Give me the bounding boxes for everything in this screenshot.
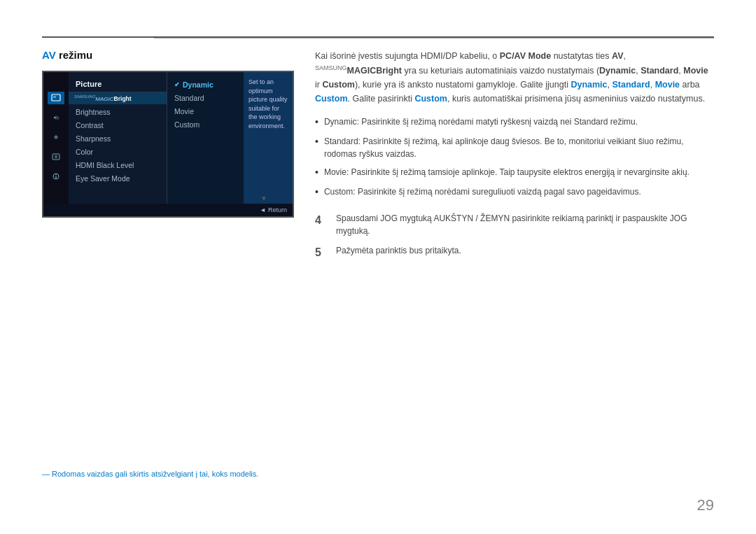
- step-4-text: Spausdami JOG mygtuką AUKŠTYN / ŽEMYN pa…: [336, 212, 714, 237]
- bright-text: Bright: [114, 95, 132, 102]
- bullet-content-movie: Movie: Pasirinkite šį režimą tamsioje ap…: [324, 166, 690, 178]
- settings-icon: [51, 133, 61, 141]
- section-title-av: AV: [42, 49, 56, 61]
- step-4-number: 4: [315, 212, 326, 237]
- bullet-standard: Standard: Pasirinkite šį režimą, kai apl…: [315, 135, 714, 160]
- gear-icon: [51, 153, 61, 161]
- step-5-text: Pažymėta parinktis bus pritaikyta.: [336, 244, 461, 261]
- intro-standard: Standard: [640, 66, 678, 76]
- page-number: 29: [697, 496, 714, 514]
- svg-point-3: [55, 136, 57, 138]
- monitor-ui: Picture SAMSUNGMAGICBright Brightness Co…: [42, 71, 294, 218]
- menu-item-hdmi-black-level[interactable]: HDMI Black Level: [69, 159, 167, 172]
- intro-paragraph: Kai išorinė įvestis sujungta HDMI/DP kab…: [315, 49, 714, 106]
- menu-item-color[interactable]: Color: [69, 146, 167, 159]
- sub-item-custom-label: Custom: [174, 120, 200, 129]
- intro-dynamic: Dynamic: [599, 66, 636, 76]
- intro-movie-blue: Movie: [655, 80, 680, 90]
- bullet-custom-label: Custom: [324, 187, 353, 197]
- main-menu: Picture SAMSUNGMAGICBright Brightness Co…: [69, 72, 167, 216]
- intro-custom-blue2: Custom: [414, 94, 447, 104]
- samsung-super: SAMSUNG: [74, 94, 95, 99]
- intro-magic: MAGIC: [347, 66, 377, 76]
- bullet-movie-text: : Pasirinkite šį režimą tamsioje aplinko…: [346, 167, 690, 177]
- bullet-dynamic: Dynamic: Pasirinkite šį režimą norėdami …: [315, 115, 714, 129]
- top-rule-thin: [154, 38, 714, 38]
- bullet-list: Dynamic: Pasirinkite šį režimą norėdami …: [315, 115, 714, 199]
- bullet-movie: Movie: Pasirinkite šį režimą tamsioje ap…: [315, 166, 714, 180]
- footer-note: Rodomas vaizdas gali skirtis atsižvelgia…: [42, 470, 258, 478]
- step-5-number: 5: [315, 244, 326, 261]
- menu-item-sharpness[interactable]: Sharpness: [69, 132, 167, 146]
- sub-item-standard[interactable]: Standard: [167, 91, 244, 104]
- menu-item-contrast[interactable]: Contrast: [69, 119, 167, 132]
- sub-item-custom[interactable]: Custom: [167, 118, 244, 131]
- menu-item-eye-saver[interactable]: Eye Saver Mode: [69, 172, 167, 185]
- bullet-dynamic-label: Dynamic: [324, 117, 357, 127]
- sub-item-standard-label: Standard: [174, 94, 204, 102]
- sub-menu: ✔ Dynamic Standard Movie Custom: [167, 72, 244, 216]
- return-bar: ◄ Return: [43, 204, 293, 216]
- svg-rect-4: [52, 154, 59, 160]
- step-4: 4 Spausdami JOG mygtuką AUKŠTYN / ŽEMYN …: [315, 212, 714, 237]
- left-column: AV režimu: [42, 49, 301, 218]
- intro-bright: Bright: [376, 66, 402, 76]
- bullet-custom-text: : Pasirinkite šį režimą norėdami suregul…: [353, 187, 641, 197]
- menu-header: Picture: [69, 78, 167, 92]
- sound-icon: [51, 113, 61, 122]
- picture-icon: [51, 94, 61, 102]
- menu-item-brightness[interactable]: Brightness: [69, 106, 167, 119]
- icon-settings[interactable]: [48, 131, 64, 143]
- return-label: Return: [268, 206, 287, 213]
- intro-av: AV: [612, 51, 623, 61]
- intro-standard-blue: Standard: [612, 80, 650, 90]
- bullet-custom: Custom: Pasirinkite šį režimą norėdami s…: [315, 185, 714, 199]
- icon-picture[interactable]: [48, 92, 64, 104]
- icon-sound[interactable]: [48, 111, 64, 124]
- right-column: Kai išorinė įvestis sujungta HDMI/DP kab…: [315, 49, 714, 268]
- intro-movie: Movie: [683, 66, 708, 76]
- desc-text: Set to an optimum picture quality suitab…: [248, 78, 288, 129]
- return-arrow-icon: ◄: [260, 206, 266, 213]
- svg-point-9: [55, 174, 56, 175]
- magic-text: SAMSUNGMAGICBright: [74, 94, 132, 102]
- svg-rect-1: [53, 96, 56, 98]
- bullet-content: Dynamic: Pasirinkite šį režimą norėdami …: [324, 115, 638, 128]
- intro-pc-av-mode: PC/AV Mode: [500, 51, 551, 61]
- sub-item-dynamic[interactable]: ✔ Dynamic: [167, 78, 244, 91]
- bullet-standard-label: Standard: [324, 136, 358, 146]
- info-icon: [51, 172, 61, 181]
- magic-bright-row[interactable]: SAMSUNGMAGICBright: [69, 92, 167, 104]
- icon-sidebar: [43, 72, 69, 216]
- step-5: 5 Pažymėta parinktis bus pritaikyta.: [315, 244, 714, 261]
- intro-samsung-super: SAMSUNG: [315, 64, 347, 71]
- return-button[interactable]: ◄ Return: [260, 206, 287, 213]
- sub-item-movie-label: Movie: [174, 107, 194, 115]
- icon-info[interactable]: [48, 170, 64, 183]
- sub-item-dynamic-label: Dynamic: [183, 80, 214, 89]
- standard-ref: Standard: [574, 117, 608, 127]
- intro-dynamic-blue: Dynamic: [570, 80, 607, 90]
- scroll-indicator: ▼: [260, 195, 267, 202]
- description-box: Set to an optimum picture quality suitab…: [244, 72, 293, 216]
- section-title-rest: režimu: [56, 49, 93, 61]
- footer-note-text: Rodomas vaizdas gali skirtis atsižvelgia…: [52, 470, 258, 478]
- intro-custom-blue: Custom: [315, 94, 348, 104]
- section-title: AV režimu: [42, 49, 301, 61]
- monitor-inner: Picture SAMSUNGMAGICBright Brightness Co…: [43, 72, 293, 216]
- icon-gear[interactable]: [48, 150, 64, 163]
- intro-custom: Custom: [322, 80, 355, 90]
- bullet-standard-text: : Pasirinkite šį režimą, kai aplinkoje d…: [324, 136, 684, 159]
- checkmark-icon: ✔: [174, 81, 180, 88]
- bullet-movie-label: Movie: [324, 167, 346, 177]
- bullet-content-std: Standard: Pasirinkite šį režimą, kai apl…: [324, 135, 714, 160]
- sub-item-movie[interactable]: Movie: [167, 104, 244, 118]
- bullet-content-custom: Custom: Pasirinkite šį režimą norėdami s…: [324, 185, 641, 198]
- bullet-dynamic-text: : Pasirinkite šį režimą norėdami matyti …: [357, 117, 638, 127]
